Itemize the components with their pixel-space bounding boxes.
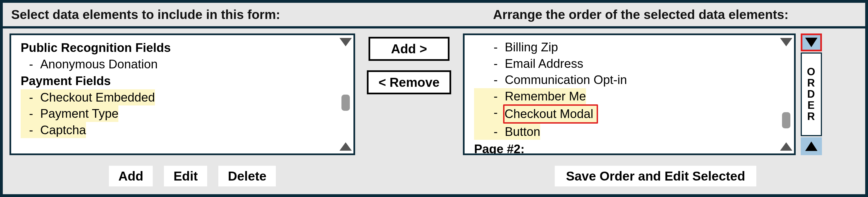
move-down-button[interactable] (801, 33, 822, 51)
list-item[interactable]: Email Address (474, 56, 776, 72)
scroll-thumb[interactable] (782, 112, 790, 128)
save-order-button[interactable]: Save Order and Edit Selected (555, 166, 756, 187)
add-element-button[interactable]: Add (109, 166, 153, 187)
page-2-header[interactable]: Page #2: (474, 141, 776, 154)
remove-button[interactable]: < Remove (367, 70, 452, 94)
group-payment-fields[interactable]: Payment Fields (21, 73, 335, 89)
scroll-up-icon[interactable] (340, 142, 352, 151)
list-item[interactable]: Anonymous Donation (21, 56, 335, 72)
header-available-label: Select data elements to include in this … (11, 7, 476, 22)
selected-elements-listbox[interactable]: Billing Zip Email Address Communication … (463, 33, 796, 155)
list-item[interactable]: Communication Opt-in (474, 72, 776, 88)
selected-list-content: Billing Zip Email Address Communication … (465, 35, 778, 154)
chevron-down-icon (805, 38, 817, 47)
available-list-content: Public Recognition Fields Anonymous Dona… (11, 35, 338, 154)
list-item[interactable]: Payment Type (21, 105, 118, 122)
selected-scrollbar[interactable] (778, 35, 794, 154)
group-public-recognition[interactable]: Public Recognition Fields (21, 40, 335, 56)
list-item[interactable]: Checkout Modal (474, 104, 598, 124)
list-item[interactable]: Remember Me (474, 88, 586, 105)
transfer-buttons: Add > < Remove (360, 33, 458, 94)
scroll-up-icon[interactable] (780, 142, 792, 151)
list-item[interactable]: Billing Zip (474, 39, 776, 56)
footer-row: Add Edit Delete Save Order and Edit Sele… (3, 165, 865, 188)
edit-element-button[interactable]: Edit (164, 166, 207, 187)
checkout-modal-highlight: Checkout Modal (503, 104, 598, 124)
add-button[interactable]: Add > (369, 37, 450, 61)
order-label: ORDER (801, 53, 822, 136)
available-scrollbar[interactable] (338, 35, 353, 154)
scroll-thumb[interactable] (341, 95, 350, 111)
delete-element-button[interactable]: Delete (218, 166, 276, 187)
order-controls: ORDER (801, 33, 822, 155)
list-item[interactable]: Captcha (21, 122, 86, 138)
chevron-up-icon (805, 141, 817, 151)
body-row: Public Recognition Fields Anonymous Dona… (3, 29, 865, 165)
scroll-down-icon[interactable] (780, 38, 792, 46)
available-elements-listbox[interactable]: Public Recognition Fields Anonymous Dona… (9, 33, 355, 155)
list-item[interactable]: Button (474, 124, 540, 140)
header-order-label: Arrange the order of the selected data e… (476, 7, 857, 22)
move-up-button[interactable] (801, 137, 822, 155)
header-row: Select data elements to include in this … (3, 3, 865, 29)
form-designer-panel: Select data elements to include in this … (0, 0, 868, 197)
scroll-down-icon[interactable] (340, 38, 352, 46)
list-item[interactable]: Checkout Embedded (21, 89, 155, 106)
